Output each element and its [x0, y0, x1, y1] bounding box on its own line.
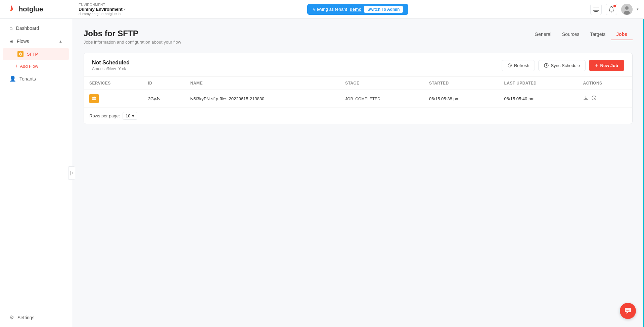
refresh-label: Refresh: [514, 63, 530, 68]
cell-id: 3GyJv: [143, 90, 185, 108]
chat-button[interactable]: [620, 303, 636, 319]
table-body: 3GyJv iv5i3kyPN-sftp-files-20220615-2138…: [84, 90, 632, 108]
sidebar-item-tenants[interactable]: 👤 Tenants: [3, 72, 69, 85]
rows-per-page-chevron-icon: ▾: [132, 113, 134, 118]
app-name: hotglue: [19, 5, 43, 13]
sync-schedule-button[interactable]: Sync Schedule: [538, 60, 586, 71]
rows-per-page-value: 10: [126, 113, 130, 118]
env-label: ENVIRONMENT: [79, 3, 126, 7]
notification-badge: [613, 5, 616, 7]
col-name: Name: [185, 77, 340, 90]
tenant-banner-text: Viewing as tenant: [313, 7, 347, 12]
schedule-title: Not Scheduled: [92, 60, 130, 66]
col-actions: Actions: [578, 77, 632, 90]
svg-rect-2: [594, 11, 598, 12]
sidebar-flows-label: Flows: [17, 39, 29, 44]
col-services: Services: [84, 77, 143, 90]
jobs-card: Not Scheduled America/New_York Refresh: [84, 53, 633, 124]
tenant-banner-area: Viewing as tenant demo Switch To Admin: [126, 4, 590, 15]
sftp-service-icon: [17, 51, 24, 57]
refresh-icon: [507, 63, 512, 68]
svg-point-13: [627, 310, 628, 311]
flows-icon: ⊞: [9, 39, 13, 44]
switch-admin-button[interactable]: Switch To Admin: [364, 6, 403, 13]
table-footer: Rows per page: 10 ▾: [84, 108, 632, 124]
svg-rect-10: [92, 97, 96, 100]
table-header: Services ID Name Stage Started Last Upda…: [84, 77, 632, 90]
add-flow-button[interactable]: + Add Flow: [0, 60, 72, 72]
environment-selector[interactable]: ENVIRONMENT Dummy Environment ▾ dummy.ho…: [79, 3, 126, 16]
logo: hotglue: [5, 4, 76, 15]
jobs-card-header: Not Scheduled America/New_York Refresh: [84, 53, 632, 77]
sidebar-collapse-handle[interactable]: [68, 166, 75, 180]
user-avatar[interactable]: [621, 4, 633, 15]
add-flow-label: Add Flow: [20, 64, 38, 69]
env-name: Dummy Environment: [79, 7, 123, 12]
cell-services: [84, 90, 143, 108]
topbar: hotglue ENVIRONMENT Dummy Environment ▾ …: [0, 0, 644, 19]
sidebar-bottom: ⚙ Settings: [0, 311, 72, 327]
chat-icon: [624, 307, 632, 315]
schedule-info: Not Scheduled America/New_York: [92, 60, 130, 71]
notification-button[interactable]: [606, 4, 617, 15]
svg-rect-1: [595, 11, 597, 11]
action-icons: [583, 95, 627, 102]
tenant-banner: Viewing as tenant demo Switch To Admin: [307, 4, 408, 15]
svg-point-11: [93, 98, 93, 98]
page-title: Jobs for SFTP: [84, 29, 181, 38]
bell-icon: [609, 6, 614, 12]
new-job-label: New Job: [600, 63, 618, 68]
stage-badge: JOB_COMPLETED: [345, 97, 380, 101]
rows-per-page-select[interactable]: 10 ▾: [123, 112, 137, 120]
add-icon: +: [15, 63, 18, 69]
page-subtitle: Jobs information and configuration about…: [84, 40, 181, 45]
sidebar-item-settings[interactable]: ⚙ Settings: [3, 311, 69, 324]
svg-point-5: [625, 6, 629, 10]
tab-general[interactable]: General: [529, 29, 557, 40]
sidebar-item-dashboard[interactable]: ⌂ Dashboard: [3, 22, 69, 35]
collapse-icon: [70, 171, 74, 175]
sidebar-tenants-label: Tenants: [19, 76, 36, 81]
clock-icon: [544, 63, 549, 68]
rows-per-page-label: Rows per page:: [89, 113, 120, 118]
sidebar-flows-header[interactable]: ⊞ Flows ▲: [3, 35, 69, 47]
col-stage: Stage: [340, 77, 424, 90]
svg-rect-8: [70, 171, 71, 175]
cell-actions: [578, 90, 632, 108]
sftp-table-icon: [89, 94, 99, 103]
refresh-button[interactable]: Refresh: [502, 60, 535, 71]
sync-schedule-label: Sync Schedule: [551, 63, 580, 68]
main-content: Jobs for SFTP Jobs information and confi…: [73, 19, 643, 327]
tenants-icon: 👤: [9, 75, 16, 82]
col-last-updated: Last Updated: [499, 77, 578, 90]
table-row: 3GyJv iv5i3kyPN-sftp-files-20220615-2138…: [84, 90, 632, 108]
history-action-icon[interactable]: [591, 95, 597, 102]
page-header: Jobs for SFTP Jobs information and confi…: [84, 29, 633, 45]
sidebar-settings-label: Settings: [17, 315, 35, 320]
svg-point-7: [20, 53, 21, 55]
new-job-plus-icon: +: [595, 62, 598, 68]
env-url: dummy.hotglue.hotglue.io: [79, 12, 126, 16]
page-tabs: General Sources Targets Jobs: [529, 29, 633, 40]
flows-chevron-up-icon: ▲: [59, 39, 62, 43]
sidebar-flows-section: ⊞ Flows ▲ SFTP + Add Flow: [0, 35, 72, 72]
monitor-icon-button[interactable]: [590, 4, 602, 15]
new-job-button[interactable]: + New Job: [589, 60, 624, 71]
cell-last-updated: 06/15 05:40 pm: [499, 90, 578, 108]
sidebar: ⌂ Dashboard ⊞ Flows ▲ SFTP + Add Flow 👤 …: [0, 19, 72, 327]
sidebar-sftp-label: SFTP: [27, 52, 38, 57]
tab-jobs[interactable]: Jobs: [611, 29, 633, 40]
col-id: ID: [143, 77, 185, 90]
sidebar-item-sftp[interactable]: SFTP: [3, 48, 69, 60]
svg-point-15: [629, 310, 630, 311]
tab-sources[interactable]: Sources: [557, 29, 585, 40]
flame-icon: [5, 4, 16, 15]
col-started: Started: [424, 77, 499, 90]
download-action-icon[interactable]: [583, 95, 589, 102]
topbar-right: ▾: [590, 4, 639, 15]
sidebar-dashboard-label: Dashboard: [16, 25, 39, 31]
schedule-timezone: America/New_York: [92, 66, 130, 71]
tenant-link[interactable]: demo: [350, 7, 362, 12]
monitor-icon: [593, 7, 599, 12]
tab-targets[interactable]: Targets: [585, 29, 611, 40]
